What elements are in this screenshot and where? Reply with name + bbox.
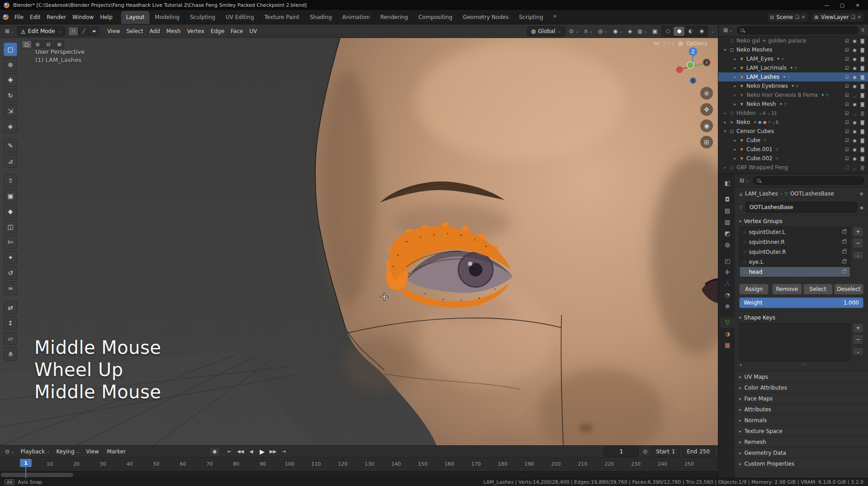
next-keyframe-button[interactable]: ▶▶: [268, 447, 278, 456]
disclosure-icon[interactable]: [722, 48, 728, 52]
disclosure-icon[interactable]: [732, 93, 738, 97]
timeline-editor-type-button[interactable]: ⊙ ⌄: [4, 448, 16, 456]
select-set-op[interactable]: ▢: [22, 40, 32, 48]
select-subtract-op[interactable]: ⊟: [43, 40, 53, 48]
snap-toggle[interactable]: ∩ ⌄: [582, 27, 594, 35]
scene-selector[interactable]: ▤ Scene ❏ ×: [767, 12, 808, 22]
render-visibility-icon[interactable]: [859, 57, 866, 62]
remove-vertex-group-button[interactable]: −: [853, 238, 863, 248]
outliner-row[interactable]: Censor Cubes: [718, 127, 868, 136]
menubar-menu[interactable]: Window: [69, 12, 97, 22]
transform-tool[interactable]: ◈: [4, 119, 17, 133]
xray-toggle[interactable]: ▣: [651, 27, 659, 35]
selectable-checkbox[interactable]: [843, 57, 851, 62]
outliner-row[interactable]: Neko Hair Genesis 8 Fema: [718, 91, 868, 100]
visibility-eye-icon[interactable]: [851, 75, 859, 80]
visibility-eye-icon[interactable]: [851, 156, 859, 161]
vertex-group-item[interactable]: ∴ squintOuter.R: [740, 247, 850, 257]
outliner-row[interactable]: Cube: [718, 136, 868, 145]
physics[interactable]: ◔: [720, 289, 735, 300]
visibility-eye-icon[interactable]: [851, 66, 859, 71]
edge-select-mode[interactable]: ╱: [79, 27, 89, 36]
visibility-eye-icon[interactable]: [851, 147, 859, 152]
visibility-eye-icon[interactable]: [851, 120, 859, 125]
poly-build-tool[interactable]: ✦: [4, 251, 17, 264]
constraints[interactable]: ⊗: [720, 300, 735, 312]
smooth-tool[interactable]: ≈: [4, 281, 17, 295]
pin-id-icon[interactable]: ✜: [860, 191, 863, 196]
move-tool[interactable]: ✚: [4, 73, 17, 87]
add-shape-key-button[interactable]: +: [853, 323, 863, 333]
outliner-row[interactable]: Cube.002: [718, 154, 868, 163]
current-frame-field[interactable]: 1: [604, 447, 639, 457]
pan-button[interactable]: ✥: [700, 103, 713, 116]
workspace-tab[interactable]: Rendering: [375, 11, 413, 24]
disclosure-icon[interactable]: [722, 129, 728, 133]
visibility-eye-icon[interactable]: [851, 129, 859, 134]
cursor-tool[interactable]: ⊕: [4, 58, 17, 71]
select-box-tool[interactable]: ▢: [4, 43, 17, 56]
vertex-group-item[interactable]: ∴ eye.L: [740, 257, 850, 267]
lock-icon[interactable]: [842, 240, 846, 243]
rip-region-tool[interactable]: ⋔: [4, 347, 17, 361]
workspace-tab[interactable]: Shading: [305, 11, 337, 24]
select-extend-op[interactable]: ⊞: [33, 40, 42, 48]
render-visibility-icon[interactable]: [859, 84, 866, 89]
workspace-tab[interactable]: Compositing: [413, 11, 458, 24]
rotate-tool[interactable]: ↻: [4, 89, 17, 102]
lock-icon[interactable]: [842, 260, 846, 263]
disclosure-icon[interactable]: [732, 66, 738, 70]
menubar-menu[interactable]: File: [11, 12, 27, 22]
visibility-eye-icon[interactable]: [851, 48, 859, 52]
vertex-group-item[interactable]: ∴ squintInner.R: [740, 237, 850, 247]
outliner-editor-type-button[interactable]: ⊞ ⌄: [722, 26, 734, 34]
render-visibility-icon[interactable]: [859, 102, 866, 107]
vertex-group-action-button[interactable]: Assign: [739, 284, 769, 295]
outliner-row[interactable]: Neko Meshes: [718, 45, 868, 54]
properties-editor-type-button[interactable]: ⊟ ⌄: [738, 176, 750, 185]
props-panel-header[interactable]: ▸ Custom Properties: [735, 458, 868, 469]
render-visibility-icon[interactable]: [859, 129, 866, 134]
blender-menu-icon[interactable]: [3, 14, 9, 20]
props-panel-header[interactable]: ▸ Remesh: [735, 436, 868, 447]
datablock-name-field[interactable]: OOTLashesBase: [745, 202, 858, 213]
outliner-row[interactable]: Neko Eyebrows: [718, 81, 868, 91]
workspace-tab[interactable]: Geometry Nodes: [458, 11, 514, 24]
render-visibility-icon[interactable]: [859, 147, 866, 152]
visibility-eye-icon[interactable]: [851, 38, 859, 43]
bevel-tool[interactable]: ◆: [4, 205, 17, 218]
zoom-button[interactable]: ⊕: [700, 87, 713, 100]
shape-keys-panel-header[interactable]: ▾ Shape Keys: [739, 312, 863, 323]
remove-shape-key-button[interactable]: −: [853, 334, 863, 344]
menubar-menu[interactable]: Render: [43, 12, 69, 22]
disclosure-icon[interactable]: [722, 120, 728, 124]
minimize-button[interactable]: —: [820, 1, 834, 9]
disclosure-icon[interactable]: [732, 57, 738, 61]
frame-end-field[interactable]: End 250: [682, 447, 714, 457]
props-panel-header[interactable]: ▸ UV Maps: [735, 371, 868, 382]
mirror-axis-toggle[interactable]: X: [662, 41, 667, 47]
props-panel-header[interactable]: ▸ Geometry Data: [735, 447, 868, 458]
selectable-checkbox[interactable]: [843, 93, 851, 98]
close-button[interactable]: ×: [851, 1, 864, 9]
wireframe-shading[interactable]: ○: [662, 27, 673, 36]
render[interactable]: ◘: [720, 194, 735, 205]
render-visibility-icon[interactable]: [859, 138, 866, 143]
add-vertex-group-button[interactable]: +: [853, 227, 863, 237]
timeline-menu[interactable]: Keying ⌄: [53, 447, 83, 456]
outliner-row[interactable]: Cube.001: [718, 145, 868, 154]
play-button[interactable]: ▶: [257, 447, 267, 456]
props-panel-header[interactable]: ▸ Attributes: [735, 404, 868, 415]
visibility-eye-icon[interactable]: [851, 102, 859, 107]
frame-start-field[interactable]: Start 1: [651, 447, 679, 457]
pivot-point-button[interactable]: ⊙ ⌄: [568, 27, 580, 35]
visibility-eye-icon[interactable]: [851, 111, 859, 116]
annotate-tool[interactable]: ✎: [4, 139, 17, 152]
outliner-row[interactable]: G8F Wrapped Feng: [718, 163, 868, 172]
render-visibility-icon[interactable]: [859, 93, 866, 98]
solid-shading[interactable]: ●: [674, 27, 684, 36]
visibility-eye-icon[interactable]: [851, 57, 859, 62]
shrink-fatten-tool[interactable]: ↕: [4, 316, 17, 330]
timeline-editor[interactable]: ⊙ ⌄ Playback ⌄ Keying ⌄: [0, 445, 718, 478]
transform-orientation-dropdown[interactable]: ◍ Global ⌄: [527, 26, 565, 36]
